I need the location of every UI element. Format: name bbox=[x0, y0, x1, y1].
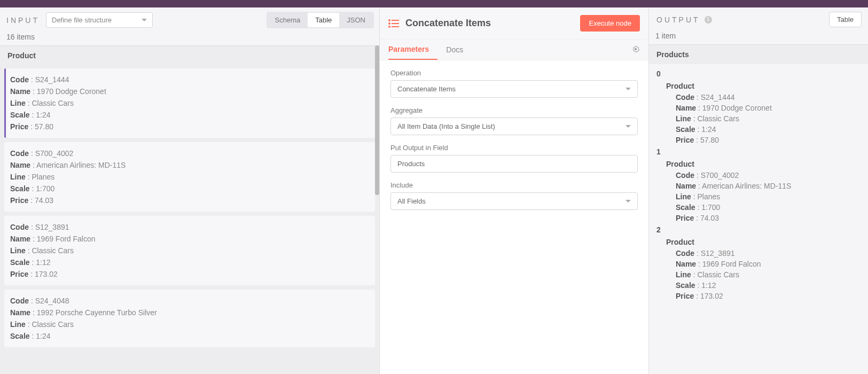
output-group: ProductCode : S700_4002Name : American A… bbox=[656, 158, 861, 223]
output-field-row: Code : S24_1444 bbox=[666, 92, 861, 103]
input-field-row: Scale : 1:24 bbox=[10, 109, 371, 121]
output-panel: OUTPUT i Table 1 item Products 0ProductC… bbox=[649, 7, 868, 374]
input-item-card[interactable]: Code : S24_1444Name : 1970 Dodge Coronet… bbox=[4, 68, 375, 138]
include-value: All Fields bbox=[397, 197, 426, 205]
input-column-header: Product bbox=[0, 45, 379, 65]
chevron-down-icon bbox=[625, 88, 631, 90]
operation-select[interactable]: Concatenate Items bbox=[390, 80, 638, 98]
put-output-field[interactable] bbox=[390, 155, 638, 173]
output-field-row: Price : 74.03 bbox=[666, 213, 861, 223]
output-title: OUTPUT bbox=[655, 13, 701, 26]
output-field-row: Name : 1970 Dodge Coronet bbox=[666, 103, 861, 113]
include-select[interactable]: All Fields bbox=[390, 192, 638, 210]
input-field-row: Code : S24_4048 bbox=[10, 295, 371, 307]
aggregate-label: Aggregate bbox=[390, 106, 638, 114]
output-field-row: Name : American Airlines: MD-11S bbox=[666, 181, 861, 191]
include-label: Include bbox=[390, 181, 638, 189]
input-source-select[interactable]: Define file structure bbox=[46, 12, 153, 28]
node-title: Concatenate Items bbox=[405, 18, 580, 29]
output-field-row: Line : Planes bbox=[666, 191, 861, 202]
input-field-row: Line : Classic Cars bbox=[10, 97, 371, 109]
input-count: 16 items bbox=[0, 30, 379, 45]
output-group-title: Product bbox=[666, 158, 861, 170]
input-field-row: Name : American Airlines: MD-11S bbox=[10, 159, 371, 171]
svg-rect-1 bbox=[392, 20, 399, 21]
output-group-title: Product bbox=[666, 236, 861, 248]
input-data-scroll[interactable]: Product Code : S24_1444Name : 1970 Dodge… bbox=[0, 45, 379, 374]
input-title: INPUT bbox=[5, 14, 41, 27]
output-field-row: Price : 173.02 bbox=[666, 291, 861, 301]
svg-rect-3 bbox=[392, 23, 399, 24]
tab-parameters[interactable]: Parameters bbox=[388, 40, 437, 60]
node-config-panel: Concatenate Items Execute node Parameter… bbox=[380, 7, 649, 374]
input-item-card[interactable]: Code : S700_4002Name : American Airlines… bbox=[4, 142, 375, 212]
output-field-row: Scale : 1:12 bbox=[666, 280, 861, 291]
output-data-scroll[interactable]: Products 0ProductCode : S24_1444Name : 1… bbox=[649, 44, 868, 374]
input-field-row: Line : Classic Cars bbox=[10, 245, 371, 256]
info-icon[interactable]: i bbox=[705, 16, 712, 24]
input-field-row: Scale : 1:12 bbox=[10, 256, 371, 268]
output-index: 0 bbox=[656, 67, 861, 80]
aggregate-value: All Item Data (Into a Single List) bbox=[397, 122, 495, 130]
chevron-down-icon bbox=[142, 19, 147, 21]
input-field-row: Price : 173.02 bbox=[10, 268, 371, 280]
output-column-header: Products bbox=[649, 44, 868, 64]
input-view-toggle: Schema Table JSON bbox=[267, 12, 374, 28]
view-json-tab[interactable]: JSON bbox=[339, 13, 373, 27]
input-field-row: Line : Classic Cars bbox=[10, 318, 371, 330]
chevron-down-icon bbox=[625, 200, 631, 202]
view-table-tab[interactable]: Table bbox=[308, 13, 339, 27]
svg-point-4 bbox=[388, 26, 390, 28]
svg-point-2 bbox=[388, 22, 390, 25]
output-field-row: Price : 57.80 bbox=[666, 135, 861, 145]
tab-docs[interactable]: Docs bbox=[446, 40, 472, 59]
output-field-row: Code : S700_4002 bbox=[666, 170, 861, 181]
output-group: ProductCode : S24_1444Name : 1970 Dodge … bbox=[656, 80, 861, 145]
input-field-row: Scale : 1:24 bbox=[10, 330, 371, 342]
view-schema-tab[interactable]: Schema bbox=[268, 13, 308, 27]
input-field-row: Price : 74.03 bbox=[10, 194, 371, 206]
input-field-row: Name : 1992 Porsche Cayenne Turbo Silver bbox=[10, 307, 371, 318]
output-field-row: Line : Classic Cars bbox=[666, 113, 861, 124]
output-group-title: Product bbox=[666, 80, 861, 92]
input-field-row: Name : 1969 Ford Falcon bbox=[10, 233, 371, 245]
input-source-label: Define file structure bbox=[52, 16, 112, 24]
output-index: 2 bbox=[656, 223, 861, 236]
input-item-card[interactable]: Code : S12_3891Name : 1969 Ford FalconLi… bbox=[4, 216, 375, 285]
output-field-row: Scale : 1:700 bbox=[666, 202, 861, 213]
aggregate-select[interactable]: All Item Data (Into a Single List) bbox=[390, 118, 638, 135]
list-icon bbox=[388, 19, 399, 28]
operation-label: Operation bbox=[390, 69, 638, 77]
put-output-label: Put Output in Field bbox=[390, 144, 638, 152]
output-field-row: Code : S12_3891 bbox=[666, 248, 861, 259]
scrollbar-thumb[interactable] bbox=[375, 45, 379, 195]
input-item-card[interactable]: Code : S24_4048Name : 1992 Porsche Cayen… bbox=[4, 290, 375, 347]
output-group: ProductCode : S12_3891Name : 1969 Ford F… bbox=[656, 236, 861, 301]
output-table-button[interactable]: Table bbox=[829, 12, 862, 27]
input-field-row: Scale : 1:700 bbox=[10, 183, 371, 194]
output-count: 1 item bbox=[649, 29, 868, 44]
svg-point-0 bbox=[388, 19, 390, 21]
svg-rect-5 bbox=[392, 26, 399, 27]
output-field-row: Line : Classic Cars bbox=[666, 269, 861, 280]
input-panel: INPUT Define file structure Schema Table… bbox=[0, 7, 380, 374]
output-index: 1 bbox=[656, 145, 861, 158]
input-field-row: Name : 1970 Dodge Coronet bbox=[10, 85, 371, 97]
input-field-row: Code : S24_1444 bbox=[10, 74, 371, 85]
input-field-row: Code : S700_4002 bbox=[10, 147, 371, 159]
window-titlebar bbox=[0, 0, 868, 7]
output-field-row: Name : 1969 Ford Falcon bbox=[666, 259, 861, 269]
input-field-row: Line : Planes bbox=[10, 171, 371, 183]
output-field-row: Scale : 1:24 bbox=[666, 124, 861, 135]
put-output-input[interactable] bbox=[397, 160, 631, 168]
gear-icon[interactable] bbox=[631, 45, 640, 55]
operation-value: Concatenate Items bbox=[397, 85, 456, 93]
input-field-row: Price : 57.80 bbox=[10, 121, 371, 133]
chevron-down-icon bbox=[625, 125, 631, 128]
input-field-row: Code : S12_3891 bbox=[10, 221, 371, 233]
execute-node-button[interactable]: Execute node bbox=[580, 15, 640, 32]
